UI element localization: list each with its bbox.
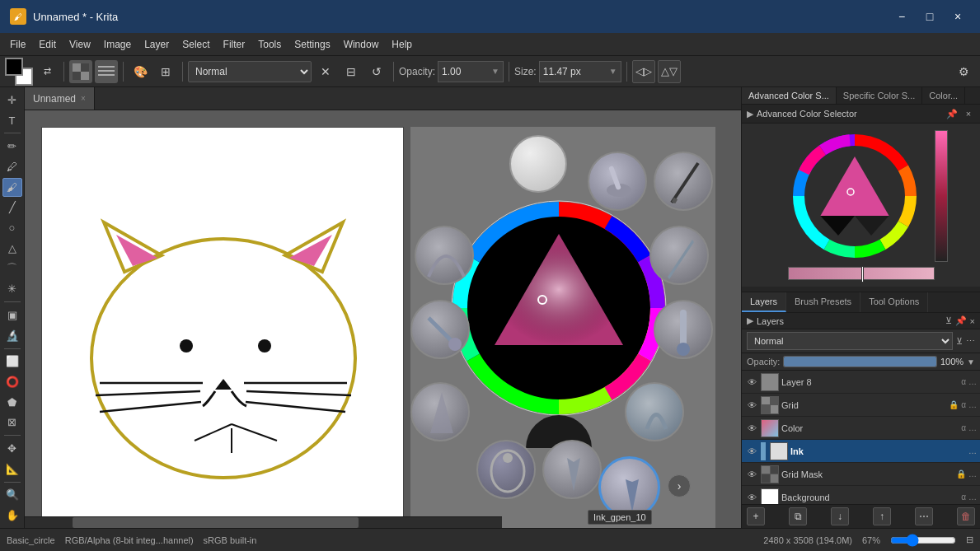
layer-eye-gridmask[interactable]: 👁 (745, 468, 758, 481)
layers-close-button[interactable]: × (970, 316, 975, 326)
pattern-button[interactable] (95, 60, 118, 83)
tool-select-path[interactable]: ⊠ (2, 413, 22, 432)
tool-multibrush[interactable]: ✳ (2, 279, 22, 298)
layer-item-color[interactable]: 👁 Color α … (742, 417, 980, 440)
reset-button[interactable]: ↺ (365, 60, 388, 83)
color-selector-close-button[interactable]: × (962, 107, 975, 120)
canvas-viewport[interactable]: › Ink_gpen_10 (25, 110, 741, 528)
layers-pin-button[interactable]: 📌 (955, 315, 967, 326)
tool-freehand[interactable]: ✏ (2, 137, 22, 156)
opacity-expand-icon[interactable]: ▼ (967, 357, 975, 367)
color-tab-color[interactable]: Color... (922, 87, 965, 104)
size-input[interactable] (543, 66, 605, 77)
layer-item-layer8[interactable]: 👁 Layer 8 α … (742, 371, 980, 394)
opacity-slider[interactable] (783, 356, 937, 367)
mirror-v-button[interactable]: △▽ (658, 60, 681, 83)
tool-select-ellipse[interactable]: ⭕ (2, 372, 22, 391)
menu-help[interactable]: Help (385, 37, 419, 52)
layer-duplicate-button[interactable]: ⧉ (789, 507, 807, 525)
menu-tools[interactable]: Tools (251, 37, 288, 52)
canvas-left[interactable] (41, 127, 404, 528)
tool-line[interactable]: ╱ (2, 198, 22, 217)
tool-path[interactable]: ⌒ (2, 259, 22, 278)
color-wheel-area[interactable] (742, 124, 980, 287)
brush-circle-bc2[interactable] (476, 440, 536, 499)
blend-options-icon[interactable]: ⋯ (966, 336, 975, 347)
layer-item-gridmask[interactable]: 👁 Grid Mask 🔒 … (742, 463, 980, 486)
mirror-h-button[interactable]: ◁▷ (632, 60, 655, 83)
swap-colors-button[interactable]: ⇄ (35, 60, 59, 83)
brush-circle-l1[interactable] (410, 382, 470, 441)
wrap-button[interactable]: ⚙ (952, 60, 975, 83)
brush-circle-l2[interactable] (410, 300, 470, 359)
tool-zoom[interactable]: 🔍 (2, 486, 22, 505)
color-slider-bar[interactable] (788, 267, 935, 280)
layer-eye-grid[interactable]: 👁 (745, 399, 758, 412)
tab-layers[interactable]: Layers (742, 292, 786, 312)
menu-layer[interactable]: Layer (138, 37, 176, 52)
tool-brush[interactable]: 🖌 (2, 178, 22, 197)
alpha-lock-button[interactable]: ⊟ (340, 60, 363, 83)
color-selector-pin-button[interactable]: 📌 (945, 107, 959, 120)
brush-circle-bc1[interactable] (542, 440, 602, 499)
brush-circle-r1[interactable] (649, 226, 709, 285)
canvas-hscroll[interactable] (25, 516, 502, 528)
brush-circle-top[interactable] (509, 135, 567, 193)
brush-circle-tr2[interactable] (654, 152, 713, 211)
menu-image[interactable]: Image (97, 37, 138, 52)
tool-colorpicker[interactable]: 🔬 (2, 326, 22, 345)
maximize-button[interactable]: □ (917, 7, 942, 26)
minimize-button[interactable]: − (889, 7, 914, 26)
menu-settings[interactable]: Settings (288, 37, 336, 52)
layer-eye-layer8[interactable]: 👁 (745, 376, 758, 389)
menu-edit[interactable]: Edit (32, 37, 63, 52)
tool-select-rect[interactable]: ⬜ (2, 352, 22, 371)
menu-select[interactable]: Select (176, 37, 216, 52)
menu-file[interactable]: File (3, 37, 32, 52)
blend-mode-select[interactable]: Normal Multiply Screen Overlay (188, 61, 312, 82)
hue-strip[interactable] (935, 130, 948, 262)
canvas-transform-button[interactable]: ⊞ (154, 60, 177, 83)
color-setting-button[interactable]: 🎨 (129, 60, 152, 83)
tool-ellipse[interactable]: ○ (2, 218, 22, 237)
hscroll-thumb[interactable] (73, 517, 359, 528)
brush-circle-r2[interactable] (654, 300, 713, 359)
layer-item-ink[interactable]: 👁 Ink … (742, 440, 980, 463)
eraser-button[interactable]: ✕ (314, 60, 337, 83)
tab-tool-options[interactable]: Tool Options (860, 292, 928, 312)
canvas-right[interactable]: › Ink_gpen_10 (410, 127, 715, 528)
brush-circle-l3[interactable] (415, 226, 474, 285)
size-spinbox[interactable]: ▼ (539, 61, 621, 82)
layer-item-background[interactable]: 👁 Background α … (742, 486, 980, 504)
tool-polygon[interactable]: △ (2, 239, 22, 258)
opacity-spinbox[interactable]: ▼ (438, 61, 504, 82)
tool-fill[interactable]: ▣ (2, 306, 22, 325)
layer-blend-select[interactable]: Normal Multiply Screen (747, 332, 953, 350)
color-tab-specific[interactable]: Specific Color S... (837, 87, 922, 104)
layer-eye-ink[interactable]: 👁 (745, 445, 758, 458)
layer-move-up-button[interactable]: ↑ (873, 507, 891, 525)
zoom-slider[interactable] (890, 535, 956, 545)
tool-calligraphy[interactable]: 🖊 (2, 157, 22, 176)
layers-filter-icon[interactable]: ⊻ (945, 315, 952, 326)
foreground-swatch[interactable] (5, 58, 23, 76)
close-button[interactable]: × (945, 7, 970, 26)
checkerboard-button[interactable] (69, 60, 92, 83)
layer-delete-button[interactable]: 🗑 (957, 507, 975, 525)
canvas-tab-unnamed[interactable]: Unnamed × (25, 87, 95, 110)
tool-transform[interactable]: ✛ (2, 91, 22, 110)
layer-eye-color[interactable]: 👁 (745, 422, 758, 435)
tool-text[interactable]: T (2, 111, 22, 130)
color-slider-thumb[interactable] (861, 266, 864, 283)
layer-item-grid[interactable]: 👁 Grid 🔒 α … (742, 394, 980, 417)
menu-filter[interactable]: Filter (217, 37, 252, 52)
layer-eye-background[interactable]: 👁 (745, 491, 758, 504)
layer-move-down-button[interactable]: ↓ (831, 507, 849, 525)
blend-filter-icon[interactable]: ⊻ (956, 336, 963, 347)
tool-move[interactable]: ✥ (2, 439, 22, 458)
canvas-tab-close[interactable]: × (81, 94, 86, 103)
opacity-input[interactable] (442, 66, 491, 77)
menu-view[interactable]: View (63, 37, 97, 52)
color-tab-advanced[interactable]: Advanced Color S... (742, 87, 837, 104)
layer-add-button[interactable]: + (747, 507, 765, 525)
